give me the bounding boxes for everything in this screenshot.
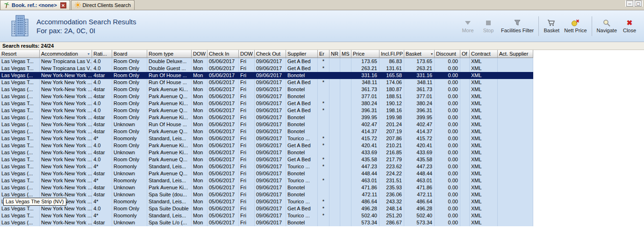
cell: 4star bbox=[92, 72, 112, 79]
column-header-check-in[interactable]: Check In bbox=[208, 50, 239, 58]
column-header-check-out[interactable]: Check Out bbox=[255, 50, 286, 58]
column-header-er[interactable]: Er bbox=[318, 50, 329, 58]
column-header-rati-[interactable]: Rati... bbox=[92, 50, 112, 58]
column-header-dow[interactable]: DOW bbox=[239, 50, 255, 58]
tab-booking-ref[interactable]: Book. ref.: <none> ✕ bbox=[0, 0, 70, 10]
column-header-resort[interactable]: Resort bbox=[0, 50, 40, 58]
column-header-price[interactable]: Price bbox=[351, 50, 379, 58]
table-row[interactable]: Las Vegas (...New York-New York ...4star… bbox=[0, 184, 533, 191]
table-row[interactable]: Las Vegas (...New York-New York ...4star… bbox=[0, 170, 533, 177]
tab-direct-clients-search[interactable]: Direct Clients Search bbox=[71, 0, 135, 10]
table-row[interactable]: Las Vegas T...New York New York ...4.0Ro… bbox=[0, 107, 533, 114]
cell: 231.51 bbox=[379, 177, 404, 184]
table-row[interactable]: Las Vegas T...New Tropicana Las V...4.0R… bbox=[0, 58, 533, 65]
cell: Unknown bbox=[112, 170, 147, 177]
table-row[interactable]: Las Vegas T...New York New York ...4*Roo… bbox=[0, 163, 533, 170]
more-arrow-icon bbox=[465, 19, 471, 27]
cell: 05/06/2017 bbox=[208, 156, 239, 163]
column-header-accommodation[interactable]: Accommodation▼ bbox=[40, 50, 92, 58]
cell: 502.40 bbox=[351, 212, 379, 219]
cell bbox=[318, 86, 329, 93]
table-row[interactable]: Las Vegas T...New York New York ...4*Roo… bbox=[0, 177, 533, 184]
cell bbox=[498, 100, 533, 107]
column-header-room-type[interactable]: Room type bbox=[147, 50, 192, 58]
column-header-ms[interactable]: MS bbox=[340, 50, 351, 58]
cell: 361.73 bbox=[404, 86, 435, 93]
table-row[interactable]: Las Vegas (...New York-New York ...4star… bbox=[0, 121, 533, 128]
cell: Las Vegas (... bbox=[0, 191, 40, 198]
column-header-basket[interactable]: Basket▾ bbox=[404, 50, 435, 58]
cell: XML bbox=[470, 142, 498, 149]
cell bbox=[498, 198, 533, 205]
cell: 198.16 bbox=[379, 107, 404, 114]
table-row[interactable]: Las Vegas T...New York New York ...4.0Ro… bbox=[0, 100, 533, 107]
table-row[interactable]: Las Vegas T...New York New York ...4.0Ro… bbox=[0, 205, 533, 212]
table-row[interactable]: Las Vegas (...New York-New York ...4star… bbox=[0, 72, 533, 79]
cell: Fri bbox=[239, 79, 255, 86]
table-row[interactable]: Las Vegas T...New York New York ...4*Roo… bbox=[0, 135, 533, 142]
cell: 286.67 bbox=[379, 219, 404, 226]
cell bbox=[460, 177, 470, 184]
column-header-supplier[interactable]: Supplier bbox=[286, 50, 318, 58]
table-row[interactable]: Las Vegas (...New York-New York ...4star… bbox=[0, 114, 533, 121]
cell bbox=[340, 107, 351, 114]
cell: 486.64 bbox=[404, 198, 435, 205]
cell bbox=[498, 128, 533, 135]
table-row[interactable]: Las Vegas (...New York-New York ...4star… bbox=[0, 149, 533, 156]
cell: Mon bbox=[192, 142, 208, 149]
table-row[interactable]: Las Vegas T...New York New York ...4*Roo… bbox=[0, 198, 533, 205]
cell: 0.00 bbox=[435, 142, 460, 149]
cell bbox=[318, 93, 329, 100]
more-button[interactable]: More bbox=[460, 19, 476, 33]
cell: Mon bbox=[192, 156, 208, 163]
table-row[interactable]: Las Vegas (...New York-New York ...4star… bbox=[0, 93, 533, 100]
cell: Las Vegas T... bbox=[0, 163, 40, 170]
cell: 207.86 bbox=[379, 135, 404, 142]
basket-button[interactable]: Basket bbox=[544, 19, 559, 33]
table-row[interactable]: Las Vegas T...New York New York ...4*Roo… bbox=[0, 212, 533, 219]
cell: 496.28 bbox=[404, 205, 435, 212]
maximize-button[interactable]: ▢ bbox=[635, 0, 642, 7]
cell: Tourico ... bbox=[286, 163, 318, 170]
tab-close-icon[interactable]: ✕ bbox=[60, 2, 66, 8]
nett-price-button[interactable]: Nett Price bbox=[564, 19, 587, 33]
cell bbox=[329, 191, 340, 198]
column-header-of[interactable]: Of bbox=[460, 50, 470, 58]
table-row[interactable]: Las Vegas T...New Tropicana Las V...4.0R… bbox=[0, 65, 533, 72]
table-row[interactable]: Las Vegas (...New York-New York ...4star… bbox=[0, 86, 533, 93]
stop-button[interactable]: Stop bbox=[480, 19, 496, 33]
cell: 09/06/2017 bbox=[255, 184, 286, 191]
column-header-contract[interactable]: Contract bbox=[470, 50, 498, 58]
minimize-button[interactable]: ─ bbox=[626, 0, 633, 7]
column-header-board[interactable]: Board bbox=[112, 50, 147, 58]
navigate-button[interactable]: Navigate bbox=[597, 19, 617, 33]
cell bbox=[460, 219, 470, 226]
cell bbox=[318, 121, 329, 128]
column-header-act-supplier[interactable]: Act. Supplier bbox=[498, 50, 533, 58]
facilities-filter-button[interactable]: Facilities Filter bbox=[501, 19, 534, 33]
cell bbox=[498, 184, 533, 191]
cell: 05/06/2017 bbox=[208, 107, 239, 114]
close-button[interactable]: ✖ Close bbox=[622, 19, 637, 33]
column-header-nr[interactable]: NR bbox=[329, 50, 340, 58]
cell bbox=[340, 198, 351, 205]
cell: 09/06/2017 bbox=[255, 93, 286, 100]
table-row[interactable]: Las Vegas (...New York-New York ...4star… bbox=[0, 219, 533, 226]
toolbar-separator bbox=[592, 16, 592, 36]
table-row[interactable]: Las Vegas (...New York-New York ...4star… bbox=[0, 191, 533, 198]
cell: 131.61 bbox=[379, 65, 404, 72]
column-header-incl-fl-pp[interactable]: Incl.Fl.PP bbox=[379, 50, 404, 58]
cell: XML bbox=[470, 212, 498, 219]
table-row[interactable]: Las Vegas T...New York New York ...4.0Ro… bbox=[0, 79, 533, 86]
cell: Standard, Leis... bbox=[147, 135, 192, 142]
cell bbox=[340, 135, 351, 142]
filter-funnel-icon[interactable]: ▼ bbox=[87, 52, 90, 56]
cell: 05/06/2017 bbox=[208, 142, 239, 149]
column-header-dow[interactable]: DOW bbox=[192, 50, 208, 58]
column-header-discount[interactable]: Discount bbox=[435, 50, 460, 58]
cell: 05/06/2017 bbox=[208, 65, 239, 72]
table-row[interactable]: Las Vegas (...New York-New York ...4star… bbox=[0, 128, 533, 135]
navigate-icon bbox=[603, 19, 610, 27]
table-row[interactable]: Las Vegas T...New York New York ...4.0Ro… bbox=[0, 156, 533, 163]
table-row[interactable]: Las Vegas T...New York New York ...4.0Ro… bbox=[0, 142, 533, 149]
